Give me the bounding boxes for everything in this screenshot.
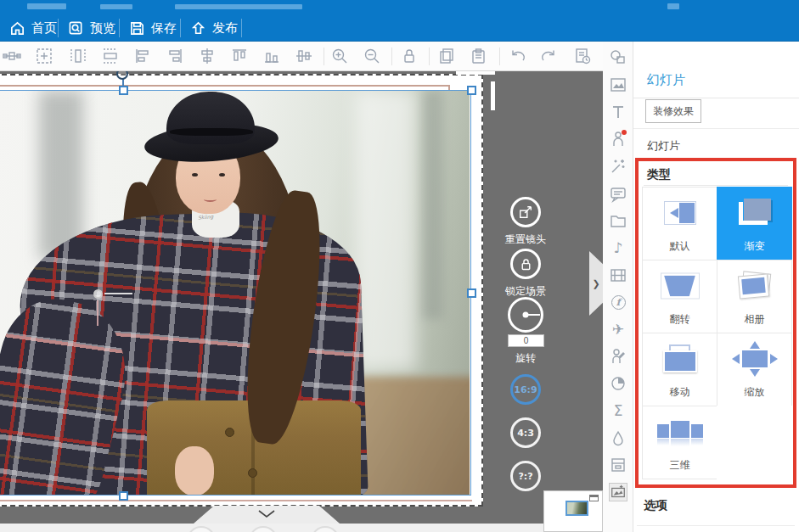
shapes-icon[interactable] — [609, 48, 627, 67]
panel-collapse-tab[interactable]: ❯ — [589, 251, 603, 316]
character-icon[interactable] — [609, 130, 627, 148]
scene-thumbnail[interactable] — [565, 501, 588, 516]
toolbar-separator — [391, 48, 392, 65]
archive-icon[interactable] — [609, 456, 627, 474]
scrollbar-fragment[interactable] — [491, 81, 495, 110]
transition-option-album[interactable]: 相册 — [717, 260, 792, 333]
transition-option-flip[interactable]: 翻转 — [642, 260, 717, 333]
rotate-dial[interactable] — [508, 297, 543, 333]
function-icon[interactable]: f — [609, 293, 627, 311]
aspect-ratio-16-9-button[interactable]: 16:9 — [510, 374, 541, 405]
zoom-in-icon[interactable] — [329, 46, 350, 66]
paste-icon[interactable] — [469, 46, 489, 66]
decorate-effect-button[interactable]: 装修效果 — [645, 99, 701, 123]
lock-icon[interactable] — [399, 46, 419, 66]
caption-icon[interactable] — [609, 184, 627, 203]
menu-preview-label: 预览 — [90, 20, 115, 36]
tile-label: 缩放 — [717, 385, 791, 400]
animation-plane-icon[interactable]: ✈ — [609, 320, 627, 339]
selection-handle-right[interactable] — [467, 288, 476, 298]
align-center-horizontal-icon[interactable] — [197, 46, 217, 66]
selection-border — [0, 90, 471, 496]
water-drop-icon[interactable] — [609, 428, 627, 447]
edit-toolbar — [0, 42, 603, 71]
menubar: 首页 预览 保存 发布 — [0, 15, 799, 42]
reset-camera-button[interactable] — [510, 197, 541, 227]
tile-label: 翻转 — [643, 312, 717, 327]
gallery-icon[interactable] — [609, 483, 627, 501]
formula-sigma-icon[interactable]: Σ — [609, 401, 627, 420]
canvas-workspace[interactable]: Skiing 重置镜头 锁定场景 — [0, 71, 603, 532]
aspect-ratio-custom-label: ?:? — [518, 471, 532, 482]
text-icon[interactable] — [609, 103, 627, 121]
slide-section-label: 幻灯片 — [647, 138, 680, 154]
transition-option-zoom[interactable]: 缩放 — [717, 333, 792, 406]
notification-dot — [622, 130, 627, 135]
role-edit-icon[interactable] — [609, 347, 627, 366]
frame-edge-line — [0, 500, 472, 501]
reset-camera-label: 重置镜头 — [495, 232, 556, 247]
aspect-ratio-4-3-button[interactable]: 4:3 — [510, 417, 541, 448]
transition-option-gradient[interactable]: 渐变 — [717, 187, 792, 260]
menu-preview[interactable]: 预览 — [59, 15, 119, 41]
picture-icon[interactable] — [609, 76, 627, 94]
distribute-vertical-icon[interactable] — [68, 46, 88, 66]
transition-option-default[interactable]: 默认 — [642, 187, 717, 260]
rotate-dial-dot — [523, 312, 529, 318]
zoom-out-icon[interactable] — [362, 46, 382, 66]
chart-pie-icon[interactable] — [609, 374, 627, 393]
app-window: 首页 预览 保存 发布 — [0, 0, 799, 532]
transition-option-move[interactable]: 移动 — [642, 333, 717, 406]
selection-handle-top-right[interactable] — [467, 86, 476, 95]
panel-title: 幻灯片 — [647, 72, 685, 88]
reset-camera-icon — [518, 204, 533, 220]
lock-scene-button[interactable] — [510, 249, 541, 279]
selection-handle-top[interactable] — [119, 86, 128, 95]
align-top-icon[interactable] — [229, 46, 250, 66]
copy-icon[interactable] — [436, 46, 457, 66]
align-middle-vertical-icon[interactable] — [294, 46, 314, 66]
history-icon[interactable] — [572, 46, 593, 66]
separator — [644, 185, 788, 186]
distribute-horizontal-icon[interactable] — [100, 46, 121, 66]
tool-strip: ♪ f ✈ Σ — [603, 42, 633, 532]
align-right-icon[interactable] — [165, 46, 185, 66]
titlebar — [0, 0, 799, 15]
type-annotation-redbox: 类型 默认 渐变 — [635, 158, 796, 488]
rotation-center-anchor[interactable] — [93, 289, 103, 299]
save-icon — [129, 20, 145, 36]
separator — [633, 98, 799, 98]
function-f-glyph: f — [611, 295, 626, 310]
menu-home[interactable]: 首页 — [0, 15, 58, 41]
restore-panel-icon[interactable] — [589, 495, 599, 501]
align-bottom-icon[interactable] — [262, 46, 282, 66]
effects-wand-icon[interactable] — [609, 157, 627, 176]
chevron-right-icon: ❯ — [592, 278, 599, 289]
redo-icon[interactable] — [538, 46, 559, 66]
type-heading: 类型 — [647, 167, 671, 182]
align-left-icon[interactable] — [132, 46, 153, 66]
folder-icon[interactable] — [609, 211, 627, 230]
expand-bottom-panel-button[interactable] — [194, 506, 340, 524]
undo-icon[interactable] — [508, 46, 528, 66]
titlebar-text-fragment — [175, 4, 302, 9]
aspect-ratio-custom-button[interactable]: ?:? — [510, 461, 541, 491]
menu-publish[interactable]: 发布 — [181, 15, 241, 41]
frame-edge-line — [0, 85, 450, 87]
aspect-ratio-4-3-label: 4:3 — [517, 428, 534, 439]
menu-home-label: 首页 — [31, 20, 57, 36]
selection-handle-bottom[interactable] — [119, 491, 128, 501]
aspect-ratio-16-9-label: 16:9 — [514, 384, 537, 395]
distribute-anchor-icon[interactable] — [2, 46, 22, 66]
menu-publish-label: 发布 — [212, 20, 238, 36]
fit-selection-icon[interactable] — [34, 46, 54, 66]
publish-icon — [190, 20, 206, 36]
music-icon[interactable]: ♪ — [609, 238, 627, 257]
video-icon[interactable] — [609, 266, 627, 284]
rotation-input[interactable] — [508, 334, 544, 347]
empty-grid-cell — [717, 406, 792, 479]
slide-section-row: 幻灯片 — [633, 128, 799, 157]
menu-save[interactable]: 保存 — [120, 15, 180, 41]
transition-option-3d[interactable]: 三维 — [642, 406, 717, 479]
tile-label: 三维 — [643, 458, 717, 473]
